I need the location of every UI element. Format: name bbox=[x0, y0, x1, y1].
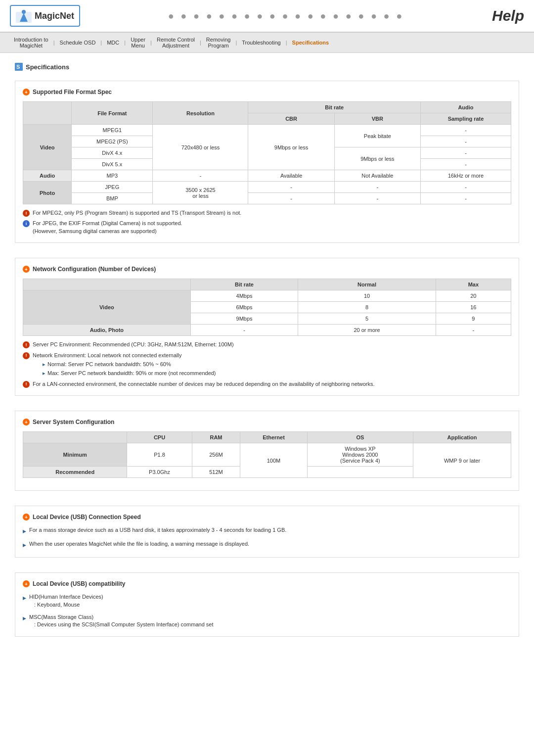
td-6mbps-normal: 8 bbox=[298, 302, 436, 313]
nav-item-schedule-osd[interactable]: Schedule OSD bbox=[56, 39, 100, 47]
audio-photo-net-header: Audio, Photo bbox=[23, 325, 191, 336]
td-ap-normal: 20 or more bbox=[298, 325, 436, 336]
arrow-icon-msc: ▸ bbox=[23, 614, 26, 623]
navigation-bar: Introduction toMagicNet | Schedule OSD |… bbox=[0, 33, 534, 53]
note-server-env-text: Server PC Environment: Recommended (CPU:… bbox=[33, 341, 234, 348]
td-sampling-audio: 16kHz or more bbox=[421, 170, 511, 182]
th-net-max: Max bbox=[436, 279, 511, 290]
video-row-header: Video bbox=[23, 125, 72, 170]
td-9mbps-max: 9 bbox=[436, 313, 511, 325]
msc-label: MSC(Mass Storage Class) bbox=[29, 614, 214, 621]
nav-item-specifications[interactable]: Specifications bbox=[288, 39, 333, 47]
table-row: BMP - - - bbox=[23, 193, 511, 204]
note-hid: ▸ HID(Human Interface Devices) : Keyboar… bbox=[23, 593, 511, 609]
th-empty bbox=[23, 102, 72, 125]
nav-item-upper-menu[interactable]: UpperMenu bbox=[127, 36, 149, 49]
td-6mbps-max: 16 bbox=[436, 302, 511, 313]
td-vbr-audio: Not Available bbox=[334, 170, 420, 182]
td-min-ram: 256M bbox=[192, 443, 240, 467]
td-cbr-audio: Available bbox=[248, 170, 334, 182]
nav-item-mdc[interactable]: MDC bbox=[103, 39, 123, 47]
td-vbr-peak: Peak bitate bbox=[334, 125, 420, 147]
arrow-icon-normal: ▸ bbox=[43, 361, 45, 368]
td-vbr-jpeg: - bbox=[334, 182, 420, 193]
section-network-config: + Network Configuration (Number of Devic… bbox=[15, 258, 519, 396]
nav-item-removing[interactable]: RemovingProgram bbox=[202, 36, 235, 49]
note-red-icon-1: ! bbox=[23, 210, 30, 217]
td-res-photo: 3500 x 2625or less bbox=[153, 182, 248, 204]
note-usb-2-text: When the user operates MagicNet while th… bbox=[29, 540, 249, 548]
note-jpeg-text: For JPEG, the EXIF Format (Digital Camer… bbox=[33, 220, 182, 235]
td-rec-os bbox=[307, 467, 413, 478]
sub-note-normal: ▸ Normal: Server PC network bandwidth: 5… bbox=[43, 361, 216, 368]
nav-item-troubleshooting[interactable]: Troubleshooting bbox=[238, 39, 284, 47]
dots-area: ● ● ● ● ● ● ● ● ● ● ● ● ● ● ● ● ● ● ● bbox=[168, 10, 404, 22]
section-icon-server: + bbox=[23, 419, 30, 425]
arrow-icon-usb-1: ▸ bbox=[23, 526, 26, 536]
th-resolution: Resolution bbox=[153, 102, 248, 125]
note-network-env-content: Network Environment: Local network not c… bbox=[33, 352, 216, 378]
th-sampling: Sampling rate bbox=[421, 113, 511, 125]
th-srv-ethernet: Ethernet bbox=[240, 432, 307, 443]
section-server-title: + Server System Configuration bbox=[23, 419, 511, 425]
td-vbr-9mbps: 9Mbps or less bbox=[334, 147, 420, 170]
section-icon-file-format: + bbox=[23, 89, 30, 95]
arrow-icon-hid: ▸ bbox=[23, 593, 26, 603]
td-sampling-jpeg: - bbox=[421, 182, 511, 193]
table-row: Audio, Photo - 20 or more - bbox=[23, 325, 511, 336]
td-mp3: MP3 bbox=[72, 170, 153, 182]
th-net-bitrate: Bit rate bbox=[190, 279, 298, 290]
td-sampling-bmp: - bbox=[421, 193, 511, 204]
td-min-os: Windows XPWindows 2000(Service Pack 4) bbox=[307, 443, 413, 467]
td-4mbps-max: 20 bbox=[436, 290, 511, 302]
note-lan-text: For a LAN-connected environment, the con… bbox=[33, 380, 375, 388]
network-table: Bit rate Normal Max Video 4Mbps 10 20 6M… bbox=[23, 279, 511, 336]
td-cbr-bmp: - bbox=[248, 193, 334, 204]
server-table: CPU RAM Ethernet OS Application Minimum … bbox=[23, 431, 511, 478]
th-cbr: CBR bbox=[248, 113, 334, 125]
section-icon-usb-compat: + bbox=[23, 580, 30, 587]
sub-note-max: ▸ Max: Server PC network bandwidth: 90% … bbox=[43, 370, 216, 377]
td-9mbps: 9Mbps bbox=[190, 313, 298, 325]
arrow-icon-max: ▸ bbox=[43, 370, 45, 377]
td-4mbps-normal: 10 bbox=[298, 290, 436, 302]
td-sampling-mpeg2: - bbox=[421, 136, 511, 147]
nav-item-remote-control[interactable]: Remote ControlAdjustment bbox=[153, 36, 199, 49]
recommended-row-header: Recommended bbox=[23, 467, 127, 478]
td-vbr-bmp: - bbox=[334, 193, 420, 204]
td-ethernet: 100M bbox=[240, 443, 307, 478]
note-red-icon-4: ! bbox=[23, 381, 30, 388]
header: MagicNet ● ● ● ● ● ● ● ● ● ● ● ● ● ● ● ●… bbox=[0, 0, 534, 33]
td-sampling-divx4: - bbox=[421, 147, 511, 159]
note-lan: ! For a LAN-connected environment, the c… bbox=[23, 380, 511, 388]
td-jpeg: JPEG bbox=[72, 182, 153, 193]
section-usb-compat-title: + Local Device (USB) compatibility bbox=[23, 580, 511, 587]
td-cbr-video: 9Mbps or less bbox=[248, 125, 334, 170]
th-srv-os: OS bbox=[307, 432, 413, 443]
table-row: Video 4Mbps 10 20 bbox=[23, 290, 511, 302]
section-network-title: + Network Configuration (Number of Devic… bbox=[23, 266, 511, 273]
note-mpeg2-text: For MPEG2, only PS (Program Stream) is s… bbox=[33, 209, 241, 217]
video-net-header: Video bbox=[23, 290, 191, 325]
td-mpeg1: MPEG1 bbox=[72, 125, 153, 136]
page-title-icon: S bbox=[15, 63, 23, 71]
audio-row-header: Audio bbox=[23, 170, 72, 182]
section-usb-compat: + Local Device (USB) compatibility ▸ HID… bbox=[15, 572, 519, 637]
note-usb-2: ▸ When the user operates MagicNet while … bbox=[23, 540, 511, 550]
td-9mbps-normal: 5 bbox=[298, 313, 436, 325]
th-srv-cpu: CPU bbox=[127, 432, 192, 443]
hid-content: HID(Human Interface Devices) : Keyboard,… bbox=[29, 593, 103, 609]
th-audio: Audio bbox=[421, 102, 511, 113]
section-icon-usb-speed: + bbox=[23, 514, 30, 520]
nav-item-introduction[interactable]: Introduction toMagicNet bbox=[10, 36, 52, 49]
note-usb-1-text: For a mass storage device such as a USB … bbox=[29, 526, 286, 534]
td-4mbps: 4Mbps bbox=[190, 290, 298, 302]
note-server-env: ! Server PC Environment: Recommended (CP… bbox=[23, 341, 511, 348]
svg-point-2 bbox=[22, 10, 26, 14]
logo-text: MagicNet bbox=[35, 11, 74, 21]
section-file-format: + Supported File Format Spec File Format… bbox=[15, 81, 519, 243]
page-title: S Specifications bbox=[15, 63, 519, 71]
logo-area: MagicNet bbox=[10, 5, 80, 27]
td-mpeg2ps: MPEG2 (PS) bbox=[72, 136, 153, 147]
minimum-row-header: Minimum bbox=[23, 443, 127, 467]
